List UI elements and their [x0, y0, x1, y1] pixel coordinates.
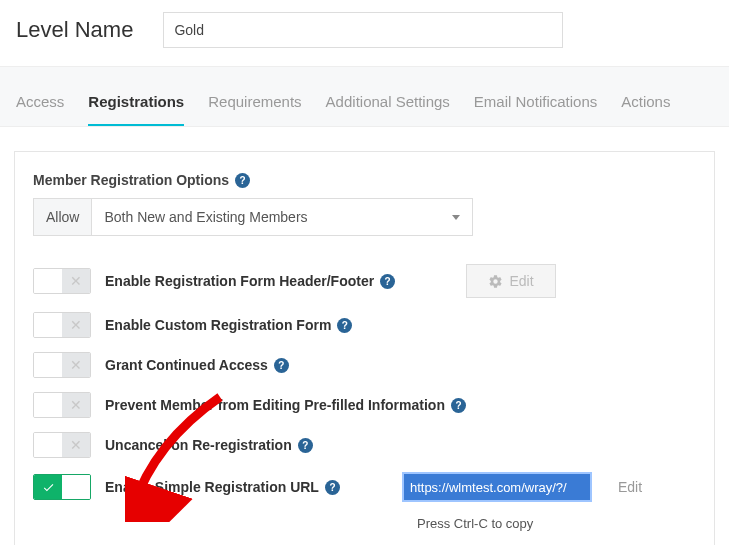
x-icon: ✕	[70, 397, 82, 413]
toggle-simple-url[interactable]	[33, 474, 91, 500]
toggle-custom-form[interactable]: ✕	[33, 312, 91, 338]
x-icon: ✕	[70, 273, 82, 289]
toggle-prevent-edit[interactable]: ✕	[33, 392, 91, 418]
help-icon[interactable]: ?	[380, 274, 395, 289]
tab-email-notifications[interactable]: Email Notifications	[474, 93, 597, 126]
toggle-header-footer[interactable]: ✕	[33, 268, 91, 294]
option-label: Grant Continued Access	[105, 357, 268, 373]
edit-button[interactable]: Edit	[466, 264, 556, 298]
tab-actions[interactable]: Actions	[621, 93, 670, 126]
level-name-label: Level Name	[16, 17, 133, 43]
check-icon	[42, 481, 55, 494]
section-title: Member Registration Options	[33, 172, 229, 188]
toggle-grant-access[interactable]: ✕	[33, 352, 91, 378]
allow-select[interactable]: Both New and Existing Members	[91, 198, 473, 236]
edit-link[interactable]: Edit	[618, 479, 642, 495]
x-icon: ✕	[70, 437, 82, 453]
gear-icon	[488, 274, 503, 289]
help-icon[interactable]: ?	[337, 318, 352, 333]
tab-access[interactable]: Access	[16, 93, 64, 126]
copy-hint: Press Ctrl-C to copy	[417, 516, 696, 531]
edit-button-label: Edit	[509, 273, 533, 289]
x-icon: ✕	[70, 317, 82, 333]
tabs-bar: Access Registrations Requirements Additi…	[0, 66, 729, 127]
allow-select-value: Both New and Existing Members	[104, 209, 307, 225]
help-icon[interactable]: ?	[298, 438, 313, 453]
help-icon[interactable]: ?	[451, 398, 466, 413]
help-icon[interactable]: ?	[274, 358, 289, 373]
registrations-panel: Member Registration Options ? Allow Both…	[14, 151, 715, 545]
x-icon: ✕	[70, 357, 82, 373]
option-label: Enable Simple Registration URL	[105, 479, 319, 495]
option-label: Enable Custom Registration Form	[105, 317, 331, 333]
allow-label: Allow	[33, 198, 91, 236]
chevron-down-icon	[452, 215, 460, 220]
tab-requirements[interactable]: Requirements	[208, 93, 301, 126]
help-icon[interactable]: ?	[325, 480, 340, 495]
option-label: Uncancel on Re-registration	[105, 437, 292, 453]
tab-registrations[interactable]: Registrations	[88, 93, 184, 126]
toggle-uncancel[interactable]: ✕	[33, 432, 91, 458]
level-name-input[interactable]	[163, 12, 563, 48]
option-label: Prevent Member from Editing Pre-filled I…	[105, 397, 445, 413]
tab-additional-settings[interactable]: Additional Settings	[326, 93, 450, 126]
option-label: Enable Registration Form Header/Footer	[105, 273, 374, 289]
simple-url-input[interactable]	[402, 472, 592, 502]
help-icon[interactable]: ?	[235, 173, 250, 188]
